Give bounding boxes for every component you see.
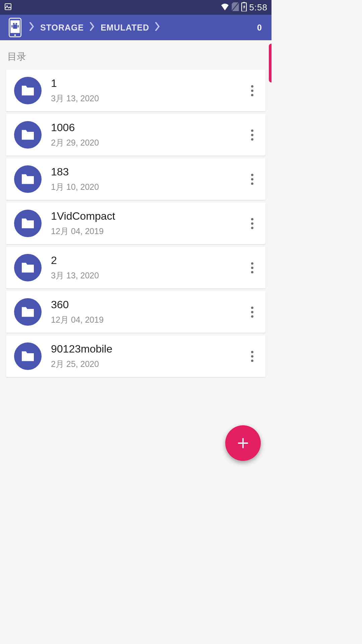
folder-list: 1 3月 13, 2020 1006 2月 29, 2020 183 1月 10… — [6, 70, 265, 377]
folder-item[interactable]: 183 1月 10, 2020 — [6, 158, 265, 200]
battery-charging-icon — [241, 2, 247, 13]
folder-icon — [14, 210, 42, 237]
section-label: 目录 — [7, 50, 265, 63]
plus-icon — [237, 437, 249, 449]
svg-rect-0 — [5, 4, 11, 10]
folder-icon — [14, 77, 42, 104]
chevron-right-icon — [155, 22, 160, 33]
chevron-right-icon — [29, 22, 34, 33]
breadcrumb-segment-current[interactable]: 0 — [257, 23, 262, 33]
folder-icon — [14, 254, 42, 281]
more-options-button[interactable] — [245, 125, 259, 145]
folder-date: 12月 04, 2019 — [51, 226, 245, 237]
folder-item[interactable]: 1VidCompact 12月 04, 2019 — [6, 203, 265, 244]
status-time: 5:58 — [249, 2, 267, 13]
svg-rect-8 — [13, 24, 17, 29]
folder-name: 90123mobile — [51, 343, 245, 355]
no-sim-icon — [232, 2, 239, 12]
folder-item[interactable]: 2 3月 13, 2020 — [6, 247, 265, 288]
more-options-button[interactable] — [245, 213, 259, 233]
status-bar: 5:58 — [0, 0, 272, 15]
svg-point-10 — [15, 23, 17, 24]
folder-date: 2月 29, 2020 — [51, 137, 245, 148]
chevron-right-icon — [90, 22, 95, 33]
folder-icon — [14, 342, 42, 370]
folder-name: 2 — [51, 254, 245, 267]
folder-icon — [14, 298, 42, 326]
breadcrumb-segment[interactable]: STORAGE — [40, 23, 84, 33]
folder-date: 3月 13, 2020 — [51, 93, 245, 104]
folder-item[interactable]: 1 3月 13, 2020 — [6, 70, 265, 111]
svg-point-9 — [13, 23, 15, 24]
folder-icon — [14, 165, 42, 193]
wifi-icon — [220, 3, 230, 12]
folder-name: 1VidCompact — [51, 210, 245, 222]
folder-item[interactable]: 90123mobile 2月 25, 2020 — [6, 335, 265, 377]
breadcrumb-segment[interactable]: EMULATED — [101, 23, 149, 33]
more-options-button[interactable] — [245, 169, 259, 189]
folder-date: 12月 04, 2019 — [51, 314, 245, 325]
svg-point-7 — [14, 34, 16, 36]
fast-scroll-handle[interactable] — [269, 44, 272, 83]
folder-item[interactable]: 1006 2月 29, 2020 — [6, 114, 265, 156]
add-fab-button[interactable] — [225, 425, 261, 461]
folder-name: 183 — [51, 166, 245, 178]
folder-name: 1006 — [51, 121, 245, 134]
folder-icon — [14, 121, 42, 149]
image-notification-icon — [4, 3, 12, 12]
svg-rect-12 — [18, 25, 19, 28]
more-options-button[interactable] — [245, 302, 259, 322]
breadcrumb: STORAGE EMULATED 0 — [0, 15, 272, 40]
folder-name: 1 — [51, 77, 245, 90]
device-root-button[interactable] — [7, 17, 23, 38]
folder-date: 3月 13, 2020 — [51, 270, 245, 281]
folder-name: 360 — [51, 299, 245, 311]
svg-rect-4 — [243, 2, 245, 3]
svg-rect-11 — [11, 25, 12, 28]
folder-date: 1月 10, 2020 — [51, 181, 245, 193]
folder-date: 2月 25, 2020 — [51, 359, 245, 370]
more-options-button[interactable] — [245, 258, 259, 278]
more-options-button[interactable] — [245, 80, 259, 101]
folder-item[interactable]: 360 12月 04, 2019 — [6, 291, 265, 333]
more-options-button[interactable] — [245, 346, 259, 366]
